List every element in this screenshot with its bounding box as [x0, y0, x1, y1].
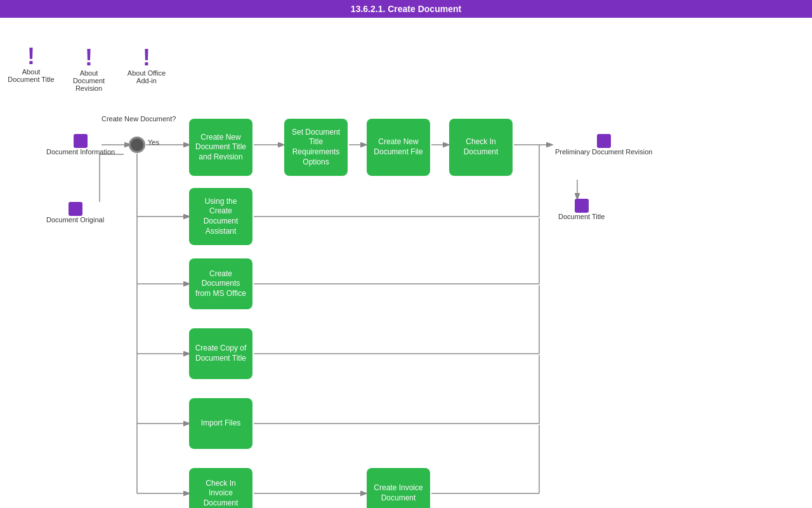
import-files-box[interactable]: Import Files — [189, 398, 252, 449]
check-in-invoice-doc-box[interactable]: Check In Invoice Document — [189, 468, 252, 508]
document-title-item[interactable]: Document Title — [558, 199, 605, 220]
about-doc-title-icon: ! — [27, 45, 35, 68]
create-copy-doc-title-label: Create Copy of Document Title — [194, 344, 247, 363]
about-doc-revision-icon: ! — [85, 46, 93, 69]
page-title: 13.6.2.1. Create Document — [0, 0, 812, 18]
using-create-doc-assistant-label: Using the Create Document Assistant — [194, 197, 247, 236]
about-office-addin-icon-group[interactable]: ! About Office Add-in — [121, 46, 172, 84]
about-doc-revision-label: About Document Revision — [63, 69, 114, 92]
create-invoice-doc-label: Create Invoice Document — [372, 483, 425, 503]
create-invoice-doc-box[interactable]: Create Invoice Document — [367, 468, 430, 508]
check-in-document-label: Check In Document — [454, 137, 508, 157]
import-files-label: Import Files — [201, 418, 241, 429]
diagram-arrows — [0, 18, 812, 507]
create-docs-ms-office-label: Create Documents from MS Office — [194, 269, 247, 299]
document-title-icon — [575, 199, 589, 213]
create-docs-ms-office-box[interactable]: Create Documents from MS Office — [189, 258, 252, 309]
document-information-item[interactable]: Document Information — [46, 134, 115, 156]
preliminary-revision-item[interactable]: Preliminary Document Revision — [555, 134, 652, 156]
document-original-icon — [69, 202, 82, 216]
decision-circle — [129, 137, 145, 153]
document-title-label: Document Title — [558, 213, 605, 220]
document-information-icon — [74, 134, 88, 148]
yes-label: Yes — [148, 138, 159, 146]
decision-label: Create New Document? — [102, 115, 176, 123]
using-create-doc-assistant-box[interactable]: Using the Create Document Assistant — [189, 188, 252, 245]
set-doc-title-reqs-box[interactable]: Set Document Title Requirements Options — [284, 119, 348, 176]
document-original-label: Document Original — [46, 216, 104, 224]
check-in-invoice-doc-label: Check In Invoice Document — [194, 479, 247, 508]
document-original-item[interactable]: Document Original — [46, 202, 104, 224]
create-new-doc-title-label: Create New Document Title and Revision — [194, 133, 247, 163]
about-document-revision-icon-group[interactable]: ! About Document Revision — [63, 46, 114, 92]
document-information-label: Document Information — [46, 148, 115, 156]
about-office-icon: ! — [143, 46, 150, 69]
set-doc-title-reqs-label: Set Document Title Requirements Options — [289, 128, 343, 167]
check-in-document-box[interactable]: Check In Document — [449, 119, 513, 176]
preliminary-revision-label: Preliminary Document Revision — [555, 148, 652, 156]
create-new-doc-title-box[interactable]: Create New Document Title and Revision — [189, 119, 252, 176]
create-new-doc-file-box[interactable]: Create New Document File — [367, 119, 430, 176]
create-new-doc-file-label: Create New Document File — [372, 137, 425, 157]
about-office-label: About Office Add-in — [121, 69, 172, 84]
create-copy-doc-title-box[interactable]: Create Copy of Document Title — [189, 328, 252, 379]
about-document-title-icon-group[interactable]: ! About Document Title — [6, 45, 56, 83]
about-doc-title-label: About Document Title — [6, 68, 56, 83]
preliminary-revision-icon — [597, 134, 611, 148]
